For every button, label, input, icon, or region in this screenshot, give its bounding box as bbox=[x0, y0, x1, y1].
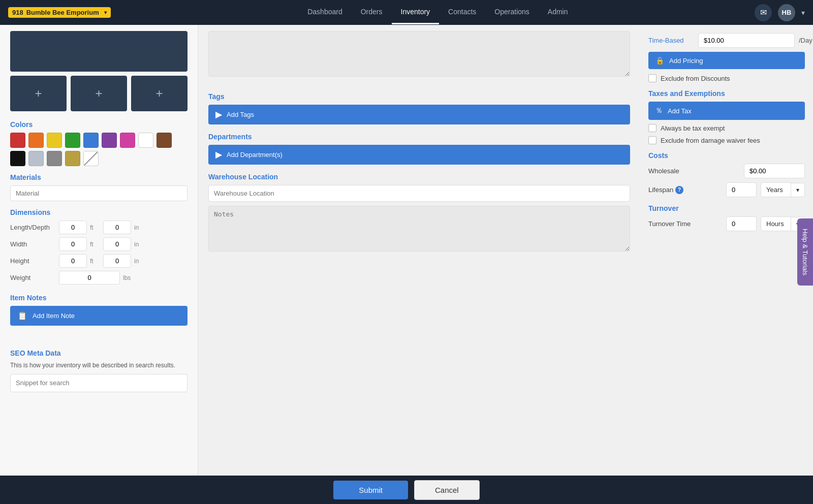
length-in-unit: in bbox=[134, 224, 144, 231]
add-image-button-2[interactable]: + bbox=[71, 76, 127, 111]
middle-panel: Tags ▶ Add Tags Departments ▶ Add Depart… bbox=[198, 25, 640, 476]
weight-unit: lbs bbox=[123, 274, 133, 281]
color-purple[interactable] bbox=[102, 133, 117, 148]
width-ft-unit: ft bbox=[90, 241, 100, 248]
exclude-discounts-row: Exclude from Discounts bbox=[648, 74, 805, 82]
exclude-damage-checkbox[interactable] bbox=[648, 136, 656, 144]
time-based-label: Time-Based bbox=[648, 37, 694, 44]
always-tax-exempt-checkbox[interactable] bbox=[648, 124, 656, 132]
snippet-input[interactable] bbox=[10, 374, 187, 392]
lifespan-input[interactable] bbox=[726, 182, 757, 197]
height-row: Height ft in bbox=[10, 254, 187, 268]
color-pink[interactable] bbox=[120, 133, 135, 148]
color-black[interactable] bbox=[10, 151, 25, 166]
nav-admin[interactable]: Admin bbox=[539, 1, 577, 24]
color-gold[interactable] bbox=[65, 151, 80, 166]
width-in-unit: in bbox=[134, 241, 144, 248]
product-image-placeholder bbox=[10, 31, 187, 72]
color-yellow[interactable] bbox=[47, 133, 62, 148]
lifespan-unit-select: Years ▾ bbox=[761, 182, 805, 197]
turnover-time-row: Turnover Time Hours ▾ bbox=[648, 216, 805, 231]
color-none[interactable] bbox=[83, 151, 99, 166]
nav-contacts[interactable]: Contacts bbox=[439, 1, 485, 24]
always-tax-exempt-row: Always be tax exempt bbox=[648, 124, 805, 132]
dept-arrow-icon: ▶ bbox=[215, 150, 222, 160]
color-swatches bbox=[10, 133, 187, 166]
item-notes-label: Item Notes bbox=[10, 294, 187, 302]
nav-orders[interactable]: Orders bbox=[352, 1, 392, 24]
wholesale-row: Wholesale bbox=[648, 164, 805, 178]
turnover-section-label: Turnover bbox=[648, 204, 805, 212]
lifespan-label: Lifespan ? bbox=[648, 186, 722, 194]
height-in-unit: in bbox=[134, 258, 144, 265]
brand-chevron-icon: ▾ bbox=[104, 10, 107, 15]
add-item-note-button[interactable]: 📋 Add Item Note bbox=[10, 306, 187, 326]
user-avatar[interactable]: HB bbox=[778, 4, 795, 21]
color-orange[interactable] bbox=[28, 133, 44, 148]
seo-label: SEO Meta Data bbox=[10, 349, 187, 357]
weight-input[interactable] bbox=[59, 271, 120, 285]
add-departments-button[interactable]: ▶ Add Department(s) bbox=[208, 145, 630, 165]
lifespan-help-icon[interactable]: ? bbox=[675, 186, 683, 194]
dimensions-grid: Length/Depth ft in Width ft in Height ft… bbox=[10, 220, 187, 285]
exclude-discounts-checkbox[interactable] bbox=[648, 74, 656, 82]
notifications-button[interactable]: ✉ bbox=[755, 4, 772, 21]
percent-icon: ％ bbox=[655, 106, 663, 115]
lifespan-row: Lifespan ? Years ▾ bbox=[648, 182, 805, 197]
note-icon: 📋 bbox=[17, 311, 27, 321]
exclude-damage-label: Exclude from damage waiver fees bbox=[661, 137, 760, 144]
height-ft-input[interactable] bbox=[59, 254, 87, 268]
materials-section-label: Materials bbox=[10, 173, 187, 181]
nav-operations[interactable]: Operations bbox=[485, 1, 538, 24]
length-label: Length/Depth bbox=[10, 224, 56, 231]
help-tutorials-tab[interactable]: Help & Tutorials bbox=[797, 218, 813, 286]
width-label: Width bbox=[10, 240, 56, 248]
notes-textarea[interactable] bbox=[208, 206, 630, 251]
height-in-input[interactable] bbox=[103, 254, 131, 268]
add-tax-button[interactable]: ％ Add Tax bbox=[648, 102, 805, 120]
user-chevron-icon[interactable]: ▾ bbox=[801, 9, 805, 17]
length-ft-unit: ft bbox=[90, 224, 100, 231]
warehouse-location-label: Warehouse Location bbox=[208, 173, 630, 181]
color-light-gray[interactable] bbox=[28, 151, 44, 166]
add-tax-label: Add Tax bbox=[668, 107, 692, 115]
turnover-time-input[interactable] bbox=[726, 216, 757, 231]
add-image-button-3[interactable]: + bbox=[131, 76, 187, 111]
always-tax-exempt-label: Always be tax exempt bbox=[661, 124, 725, 132]
width-in-input[interactable] bbox=[103, 237, 131, 251]
length-ft-input[interactable] bbox=[59, 220, 87, 234]
time-based-unit: /Day bbox=[799, 37, 812, 44]
height-ft-unit: ft bbox=[90, 258, 100, 265]
brand-number: 918 bbox=[12, 9, 23, 16]
wholesale-input[interactable] bbox=[744, 164, 805, 178]
color-gray[interactable] bbox=[47, 151, 62, 166]
width-ft-input[interactable] bbox=[59, 237, 87, 251]
brand-logo[interactable]: 918 Bumble Bee Emporium ▾ bbox=[8, 7, 111, 18]
color-blue[interactable] bbox=[83, 133, 99, 148]
add-pricing-button[interactable]: 🔒 Add Pricing bbox=[648, 52, 805, 69]
nav-right-actions: ✉ HB ▾ bbox=[755, 4, 805, 21]
colors-section-label: Colors bbox=[10, 120, 187, 129]
material-input[interactable] bbox=[10, 185, 187, 201]
left-panel: + + + Colors Materials Dimensions L bbox=[0, 25, 198, 476]
wholesale-label: Wholesale bbox=[648, 167, 740, 175]
weight-label: Weight bbox=[10, 274, 56, 281]
color-red[interactable] bbox=[10, 133, 25, 148]
cursor-area bbox=[10, 332, 187, 342]
warehouse-location-input[interactable] bbox=[208, 185, 630, 202]
length-in-input[interactable] bbox=[103, 220, 131, 234]
color-brown[interactable] bbox=[157, 133, 172, 148]
time-based-pricing-row: Time-Based /Day ✕ bbox=[648, 33, 805, 48]
lifespan-dropdown-icon[interactable]: ▾ bbox=[791, 183, 805, 197]
description-textarea[interactable] bbox=[208, 31, 630, 77]
time-based-value-input[interactable] bbox=[698, 33, 795, 48]
color-green[interactable] bbox=[65, 133, 80, 148]
taxes-section-label: Taxes and Exemptions bbox=[648, 89, 805, 98]
add-image-button-1[interactable]: + bbox=[10, 76, 67, 111]
add-tags-button[interactable]: ▶ Add Tags bbox=[208, 105, 630, 124]
nav-inventory[interactable]: Inventory bbox=[392, 1, 440, 24]
weight-row: Weight lbs bbox=[10, 271, 187, 285]
top-navigation: 918 Bumble Bee Emporium ▾ Dashboard Orde… bbox=[0, 0, 813, 25]
nav-dashboard[interactable]: Dashboard bbox=[298, 1, 352, 24]
color-white[interactable] bbox=[138, 133, 153, 148]
